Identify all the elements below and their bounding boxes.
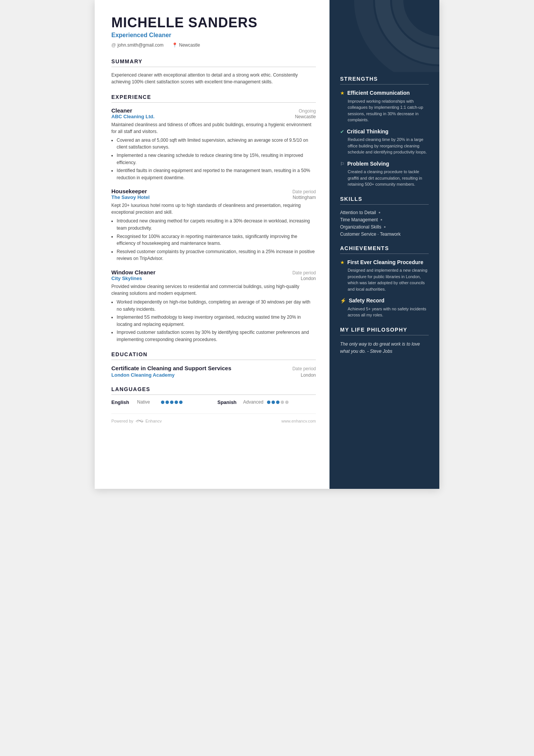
exp-role-2: Housekeeper bbox=[111, 188, 147, 194]
skill-label-3: Organizational Skills bbox=[340, 224, 381, 230]
bullet-1-2: Implemented a new cleaning schedule to r… bbox=[117, 152, 316, 166]
resume-wrapper: MICHELLE SANDERS Experienced Cleaner @ j… bbox=[95, 0, 439, 489]
right-column: STRENGTHS ★ Efficient Communication Impr… bbox=[329, 0, 439, 489]
achievement-desc-2: Achieved 5+ years with no safety inciden… bbox=[348, 306, 429, 318]
bullet-3-2: Implemented 5S methodology to keep inven… bbox=[117, 314, 316, 328]
location-value: Newcastle bbox=[179, 42, 200, 48]
right-deco bbox=[329, 0, 439, 72]
achievement-name-1: First Ever Cleaning Procedure bbox=[347, 259, 423, 266]
exp-bullets-3: Worked independently on high-rise buildi… bbox=[111, 299, 316, 343]
strength-desc-1: Improved working relationships with coll… bbox=[348, 98, 429, 123]
eng-dot-1 bbox=[161, 401, 164, 404]
strength-icon-3: ⚐ bbox=[340, 161, 345, 167]
exp-location-3: London bbox=[301, 276, 316, 281]
spa-dot-2 bbox=[272, 401, 275, 404]
skill-dot-3 bbox=[384, 226, 386, 228]
edu-degree-1: Certificate in Cleaning and Support Serv… bbox=[111, 365, 231, 372]
lang-english-name: English bbox=[111, 399, 134, 405]
strength-name-2: Critical Thinking bbox=[347, 128, 389, 135]
exp-bullets-1: Covered an area of 5,000 sqft with limit… bbox=[111, 137, 316, 182]
achievement-title-row-1: ★ First Ever Cleaning Procedure bbox=[340, 259, 429, 266]
experience-title: EXPERIENCE bbox=[111, 94, 316, 103]
edu-location-1: London bbox=[301, 373, 316, 378]
lang-spanish-level: Advanced bbox=[243, 399, 264, 405]
exp-company-1: ABC Cleaning Ltd. bbox=[111, 114, 155, 119]
edu-institution-row: London Cleaning Academy London bbox=[111, 372, 316, 378]
exp-company-3: City Skylines bbox=[111, 275, 142, 281]
bullet-1-1: Covered an area of 5,000 sqft with limit… bbox=[117, 137, 316, 151]
strength-item-2: ✔ Critical Thinking Reduced cleaning tim… bbox=[340, 128, 429, 155]
contact-location: 📍 Newcastle bbox=[172, 42, 200, 48]
experience-entry-2: Housekeeper Date period The Savoy Hotel … bbox=[111, 188, 316, 262]
spa-dot-4 bbox=[281, 401, 284, 404]
exp-date-1: Ongoing bbox=[299, 108, 316, 114]
left-column: MICHELLE SANDERS Experienced Cleaner @ j… bbox=[95, 0, 329, 489]
strength-title-row-2: ✔ Critical Thinking bbox=[340, 128, 429, 135]
location-icon: 📍 bbox=[172, 42, 178, 48]
summary-title: SUMMARY bbox=[111, 58, 316, 67]
email-icon: @ bbox=[111, 42, 116, 48]
exp-company-row-1: ABC Cleaning Ltd. Newcastle bbox=[111, 114, 316, 119]
powered-by-label: Powered by bbox=[111, 419, 133, 423]
exp-role-3: Window Cleaner bbox=[111, 269, 156, 275]
languages-row: English Native Spanish Advanced bbox=[111, 399, 316, 405]
exp-desc-3: Provided window cleaning services to res… bbox=[111, 283, 316, 297]
skill-dot-2 bbox=[381, 219, 382, 221]
lang-english-dots bbox=[161, 401, 183, 404]
philosophy-title: MY LIFE PHILOSOPHY bbox=[340, 327, 429, 335]
bullet-3-1: Worked independently on high-rise buildi… bbox=[117, 299, 316, 313]
skill-dot-1 bbox=[379, 212, 380, 213]
edu-header-1: Certificate in Cleaning and Support Serv… bbox=[111, 365, 316, 372]
strengths-section: STRENGTHS ★ Efficient Communication Impr… bbox=[340, 76, 429, 188]
achievement-icon-2: ⚡ bbox=[340, 298, 346, 304]
skill-label-1: Attention to Detail bbox=[340, 210, 376, 215]
lang-spanish-name: Spanish bbox=[217, 399, 240, 405]
exp-location-2: Nottingham bbox=[293, 195, 316, 200]
strength-title-row-1: ★ Efficient Communication bbox=[340, 90, 429, 97]
candidate-name: MICHELLE SANDERS bbox=[111, 15, 316, 30]
exp-desc-2: Kept 20+ luxurious hotel rooms up to hig… bbox=[111, 202, 316, 216]
lang-spanish-dots bbox=[267, 401, 289, 404]
strength-icon-1: ★ bbox=[340, 90, 345, 96]
achievements-title: ACHIEVEMENTS bbox=[340, 245, 429, 254]
education-section: EDUCATION Certificate in Cleaning and Su… bbox=[111, 351, 316, 378]
exp-desc-1: Maintained cleanliness and tidiness of o… bbox=[111, 121, 316, 135]
strength-item-3: ⚐ Problem Solving Created a cleaning pro… bbox=[340, 161, 429, 188]
summary-body: Experienced cleaner with exceptional att… bbox=[111, 72, 316, 86]
achievement-desc-1: Designed and implemented a new cleaning … bbox=[348, 267, 429, 292]
philosophy-text: The only way to do great work is to love… bbox=[340, 341, 429, 355]
strength-name-3: Problem Solving bbox=[347, 161, 389, 167]
achievement-item-1: ★ First Ever Cleaning Procedure Designed… bbox=[340, 259, 429, 293]
experience-entry-3: Window Cleaner Date period City Skylines… bbox=[111, 269, 316, 343]
edu-institution-1: London Cleaning Academy bbox=[111, 372, 175, 378]
contact-email: @ john.smith@gmail.com bbox=[111, 42, 164, 48]
strength-icon-2: ✔ bbox=[340, 129, 344, 135]
bullet-2-3: Resolved customer complaints by proactiv… bbox=[117, 248, 316, 262]
lang-spanish: Spanish Advanced bbox=[217, 399, 316, 405]
strengths-title: STRENGTHS bbox=[340, 76, 429, 85]
eng-dot-4 bbox=[175, 401, 178, 404]
skill-item-2: Time Management bbox=[340, 217, 429, 222]
header-area: MICHELLE SANDERS Experienced Cleaner @ j… bbox=[111, 15, 316, 48]
exp-header-3: Window Cleaner Date period bbox=[111, 269, 316, 275]
bullet-2-1: Introduced new cleaning method for carpe… bbox=[117, 218, 316, 232]
edu-entry-1: Certificate in Cleaning and Support Serv… bbox=[111, 365, 316, 378]
languages-title: LANGUAGES bbox=[111, 386, 316, 395]
footer-brand: Powered by Enhancv bbox=[111, 418, 162, 424]
skill-label-4: Customer Service · Teamwork bbox=[340, 232, 401, 237]
eng-dot-5 bbox=[179, 401, 183, 404]
strength-desc-3: Created a cleaning procedure to tackle g… bbox=[348, 169, 429, 188]
spa-dot-1 bbox=[267, 401, 270, 404]
lang-english-level: Native bbox=[137, 399, 158, 405]
achievements-section: ACHIEVEMENTS ★ First Ever Cleaning Proce… bbox=[340, 245, 429, 318]
exp-company-2: The Savoy Hotel bbox=[111, 194, 150, 200]
spa-dot-3 bbox=[276, 401, 279, 404]
brand-name: Enhancv bbox=[145, 419, 162, 423]
skill-item-4: Customer Service · Teamwork bbox=[340, 232, 429, 237]
eng-dot-2 bbox=[166, 401, 169, 404]
strength-title-row-3: ⚐ Problem Solving bbox=[340, 161, 429, 167]
enhancv-logo-icon bbox=[136, 418, 143, 424]
bullet-2-2: Recognised for 100% accuracy in reportin… bbox=[117, 233, 316, 247]
experience-section: EXPERIENCE Cleaner Ongoing ABC Cleaning … bbox=[111, 94, 316, 343]
exp-date-3: Date period bbox=[292, 270, 316, 275]
